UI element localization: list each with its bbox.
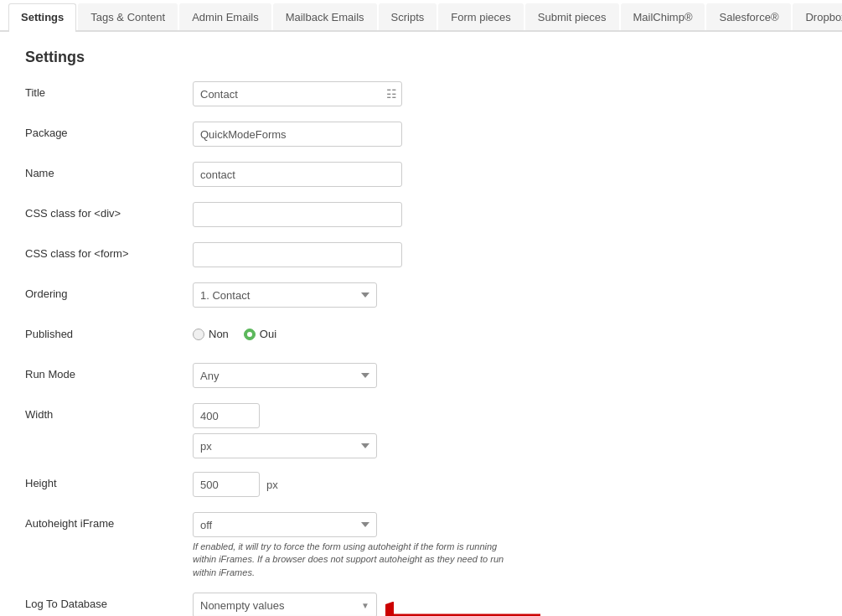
tab-dropbox[interactable]: Dropbox® — [793, 3, 842, 30]
height-input[interactable] — [193, 472, 260, 497]
name-input[interactable] — [193, 162, 402, 187]
title-control: ☷ — [193, 81, 511, 106]
height-control: px — [193, 472, 511, 497]
log-db-row: Log To Database Nonempty values ▼ No Non… — [25, 593, 817, 616]
autoheight-hint: If enabled, it will try to force the for… — [193, 541, 511, 579]
autoheight-label: Autoheight iFrame — [25, 512, 193, 530]
title-label: Title — [25, 81, 193, 99]
tabs-bar: Settings Tags & Content Admin Emails Mai… — [0, 0, 842, 32]
name-label: Name — [25, 162, 193, 179]
tab-tags-content[interactable]: Tags & Content — [78, 3, 178, 30]
css-div-input[interactable] — [193, 202, 402, 227]
tab-form-pieces[interactable]: Form pieces — [438, 3, 524, 30]
published-non-label: Non — [209, 328, 229, 340]
run-mode-select[interactable]: Any — [193, 363, 377, 388]
log-db-selected-value: Nonempty values — [200, 599, 284, 612]
width-input[interactable] — [193, 403, 260, 428]
css-form-input[interactable] — [193, 242, 402, 267]
package-control — [193, 122, 511, 147]
tab-scripts[interactable]: Scripts — [379, 3, 437, 30]
name-control — [193, 162, 511, 187]
published-non-option[interactable]: Non — [193, 328, 229, 340]
autoheight-select[interactable]: off on — [193, 512, 377, 537]
dropdown-arrow-icon: ▼ — [361, 601, 369, 610]
published-radio-group: Non Oui — [193, 323, 511, 340]
css-form-label: CSS class for <form> — [25, 242, 193, 260]
published-oui-option[interactable]: Oui — [244, 328, 276, 340]
package-input[interactable] — [193, 122, 402, 147]
published-row: Published Non Oui — [25, 323, 817, 349]
css-form-row: CSS class for <form> — [25, 242, 817, 269]
published-oui-label: Oui — [260, 328, 276, 340]
css-form-control — [193, 242, 511, 267]
css-div-control — [193, 202, 511, 227]
title-icon[interactable]: ☷ — [386, 87, 397, 101]
ordering-select[interactable]: 1. Contact — [193, 282, 377, 308]
css-div-label: CSS class for <div> — [25, 202, 193, 220]
package-row: Package — [25, 122, 817, 148]
ordering-control: 1. Contact — [193, 282, 511, 308]
published-label: Published — [25, 323, 193, 340]
height-unit-label: px — [266, 479, 278, 491]
width-row: Width px % — [25, 403, 817, 458]
tab-settings[interactable]: Settings — [8, 3, 76, 32]
log-db-control: Nonempty values ▼ No Nonempty values All… — [193, 593, 511, 616]
published-oui-radio[interactable] — [244, 329, 256, 340]
tab-mailchimp[interactable]: MailChimp® — [621, 3, 705, 30]
package-label: Package — [25, 122, 193, 139]
log-db-dropdown-wrapper: Nonempty values ▼ No Nonempty values All… — [193, 593, 377, 616]
autoheight-control: off on If enabled, it will try to force … — [193, 512, 511, 579]
height-row: Height px — [25, 472, 817, 499]
height-inputs: px — [193, 472, 511, 497]
log-db-dropdown[interactable]: Nonempty values ▼ — [193, 593, 377, 616]
title-input-wrapper: ☷ — [193, 81, 402, 106]
published-non-radio[interactable] — [193, 329, 204, 340]
name-row: Name — [25, 162, 817, 189]
css-div-row: CSS class for <div> — [25, 202, 817, 229]
log-db-label: Log To Database — [25, 593, 193, 610]
height-label: Height — [25, 472, 193, 489]
width-control: px % — [193, 403, 511, 458]
tab-submit-pieces[interactable]: Submit pieces — [525, 3, 619, 30]
tab-admin-emails[interactable]: Admin Emails — [179, 3, 271, 30]
title-row: Title ☷ — [25, 81, 817, 108]
ordering-row: Ordering 1. Contact — [25, 282, 817, 309]
tab-salesforce[interactable]: Salesforce® — [706, 3, 791, 30]
red-arrow-indicator — [385, 599, 545, 616]
run-mode-control: Any — [193, 363, 511, 388]
red-arrow-svg — [385, 599, 545, 616]
content-area: Settings Title ☷ Package Name CSS class … — [0, 32, 842, 616]
published-control: Non Oui — [193, 323, 511, 340]
title-input[interactable] — [193, 81, 402, 106]
width-label: Width — [25, 403, 193, 421]
run-mode-label: Run Mode — [25, 363, 193, 380]
ordering-label: Ordering — [25, 282, 193, 300]
run-mode-row: Run Mode Any — [25, 363, 817, 390]
width-inputs: px % — [193, 403, 511, 458]
width-unit-select[interactable]: px % — [193, 433, 377, 458]
page-title: Settings — [25, 49, 817, 66]
tab-mailback-emails[interactable]: Mailback Emails — [273, 3, 377, 30]
autoheight-row: Autoheight iFrame off on If enabled, it … — [25, 512, 817, 579]
